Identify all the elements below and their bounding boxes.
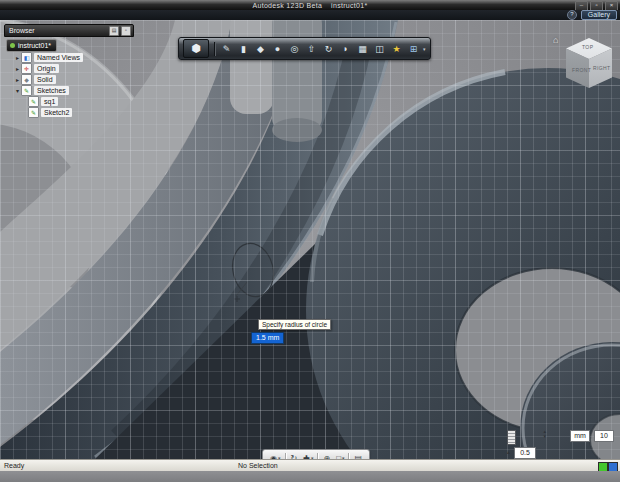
radius-value-input[interactable]: 1.5 mm <box>251 332 284 344</box>
browser-item-sketch2[interactable]: ✎ Sketch2 <box>4 107 134 118</box>
orbit-icon: ↻ <box>291 454 298 460</box>
extrude-icon: ⇧ <box>308 44 316 54</box>
browser-root-label: instruct01* <box>18 42 51 49</box>
browser-header-label: Browser <box>9 27 35 34</box>
sketch-pencil-icon: ✎ <box>223 44 231 54</box>
fit-view-icon: □ <box>336 454 341 460</box>
primitive-box-icon: ▮ <box>241 44 246 54</box>
constrained-orbit-icon: ◉ <box>270 454 277 460</box>
revolve-icon: ↻ <box>325 44 333 54</box>
display-settings-icon: ▤ <box>354 454 362 460</box>
menu-bar: ? Gallery <box>0 10 620 20</box>
constrained-orbit-button[interactable]: ◉ ▾ <box>267 451 284 459</box>
chevron-down-icon[interactable]: ▾ <box>278 455 281 459</box>
unit-select[interactable]: mm <box>570 430 590 442</box>
favorites-button[interactable]: ★ <box>388 41 405 57</box>
browser-item-solid[interactable]: ▸ ◆ Solid <box>4 74 134 85</box>
orbit-button[interactable]: ↻ <box>288 451 301 459</box>
shell-icon: ◗ <box>343 44 348 54</box>
app-menu-button[interactable]: ⬢ <box>183 39 209 58</box>
named-views-icon: ◧ <box>21 52 32 63</box>
grid-stepper[interactable]: ▴ ▾ <box>543 429 546 439</box>
fit-view-button[interactable]: □ ▾ <box>333 451 347 459</box>
shell-tool-button[interactable]: ◗ <box>337 41 354 57</box>
sketch-tool-button[interactable]: ✎ <box>218 41 235 57</box>
pattern-tool-button[interactable]: ▦ <box>354 41 371 57</box>
pan-icon: ✚ <box>303 454 310 460</box>
gallery-button[interactable]: Gallery <box>581 10 617 20</box>
primitive-cylinder-icon: ◆ <box>257 44 264 54</box>
torus-tool-button[interactable]: ◎ <box>286 41 303 57</box>
grid-size-input[interactable]: 10 <box>594 430 614 442</box>
expand-arrow-icon[interactable]: ▸ <box>14 54 21 61</box>
toolbar-separator <box>285 453 287 460</box>
browser-header[interactable]: Browser ▤ ▫ <box>4 24 134 37</box>
browser-item-sketch1[interactable]: ✎ sq1 <box>4 96 134 107</box>
help-icon[interactable]: ? <box>567 10 577 20</box>
ruler-icon[interactable] <box>507 430 516 445</box>
revolve-tool-button[interactable]: ↻ <box>320 41 337 57</box>
browser-item-origin[interactable]: ▸ ✛ Origin <box>4 63 134 74</box>
view-cube[interactable]: ⌂ TOP FRONT RIGHT <box>566 38 612 88</box>
home-view-icon[interactable]: ⌂ <box>553 35 558 45</box>
sketches-icon: ✎ <box>21 85 32 96</box>
sphere-tool-button[interactable]: ● <box>269 41 286 57</box>
snap-grid-button[interactable]: ⊞ <box>405 41 422 57</box>
browser-item-label: Sketch2 <box>41 108 72 117</box>
cylinder-tool-button[interactable]: ◆ <box>252 41 269 57</box>
box-tool-button[interactable]: ▮ <box>235 41 252 57</box>
stepper-down-icon[interactable]: ▾ <box>543 434 546 439</box>
browser-item-label: sq1 <box>41 97 58 106</box>
app-title: Autodesk 123D Beta <box>253 2 323 9</box>
title-bar: Autodesk 123D Beta instruct01* – ▫ × <box>0 0 620 10</box>
status-ready-label: Ready <box>4 462 24 469</box>
pan-button[interactable]: ✚ ▾ <box>300 451 316 459</box>
viewcube-top-label: TOP <box>582 44 593 50</box>
app-cube-icon: ⬢ <box>191 42 201 55</box>
browser-item-label: Named Views <box>34 53 83 62</box>
window-title: Autodesk 123D Beta instruct01* <box>253 2 368 9</box>
extrude-tool-button[interactable]: ⇧ <box>303 41 320 57</box>
pattern-icon: ▦ <box>358 44 367 54</box>
window-bottom-strip <box>0 471 620 482</box>
prompt-tooltip: Specify radius of circle <box>258 319 331 330</box>
toolbar-overflow-icon[interactable]: ▾ <box>423 46 426 52</box>
document-status-icon <box>10 43 15 48</box>
browser-panel: Browser ▤ ▫ instruct01* ▸ ◧ Named Views … <box>4 24 134 118</box>
origin-icon: ✛ <box>21 63 32 74</box>
sketch-icon: ✎ <box>28 107 39 118</box>
combine-tool-button[interactable]: ◫ <box>371 41 388 57</box>
browser-menu-icon[interactable]: ▤ <box>109 26 119 36</box>
document-title: instruct01* <box>331 2 367 9</box>
viewcube-right-label: RIGHT <box>593 65 611 71</box>
browser-item-label: Sketches <box>34 86 69 95</box>
browser-collapse-icon[interactable]: ▫ <box>121 26 131 36</box>
navigation-toolbar: ◉ ▾ ↻ ✚ ▾ ⊕ □ ▾ ▤ <box>262 449 370 459</box>
primitive-torus-icon: ◎ <box>291 44 299 54</box>
sketch-icon: ✎ <box>28 96 39 107</box>
display-settings-button[interactable]: ▤ <box>351 451 365 459</box>
snap-size-input[interactable]: 0.5 <box>514 447 536 459</box>
browser-item-label: Solid <box>34 75 56 84</box>
status-selection-label: No Selection <box>238 462 278 469</box>
chevron-down-icon[interactable]: ▾ <box>311 455 314 459</box>
chevron-down-icon[interactable]: ▾ <box>342 455 345 459</box>
viewcube-front-label: FRONT <box>572 67 591 73</box>
zoom-button[interactable]: ⊕ <box>320 451 333 459</box>
browser-item-named-views[interactable]: ▸ ◧ Named Views <box>4 52 134 63</box>
solid-icon: ◆ <box>21 74 32 85</box>
favorites-star-icon: ★ <box>392 44 400 54</box>
browser-item-label: Origin <box>34 64 59 73</box>
expand-arrow-icon[interactable]: ▸ <box>14 76 21 83</box>
expand-arrow-icon[interactable]: ▾ <box>14 87 21 94</box>
browser-item-sketches[interactable]: ▾ ✎ Sketches <box>4 85 134 96</box>
main-toolbar: ⬢ ✎ ▮ ◆ ● ◎ ⇧ ↻ ◗ ▦ ◫ ★ ⊞ ▾ <box>178 37 431 60</box>
toolbar-separator <box>214 42 216 56</box>
snap-arrow-icon[interactable]: ▴ <box>507 448 510 455</box>
viewport-3d[interactable]: Browser ▤ ▫ instruct01* ▸ ◧ Named Views … <box>0 20 620 459</box>
expand-arrow-icon[interactable]: ▸ <box>14 65 21 72</box>
zoom-icon: ⊕ <box>323 454 330 460</box>
toolbar-separator <box>348 453 350 460</box>
browser-root-node[interactable]: instruct01* <box>6 39 57 52</box>
toolbar-separator <box>317 453 319 460</box>
